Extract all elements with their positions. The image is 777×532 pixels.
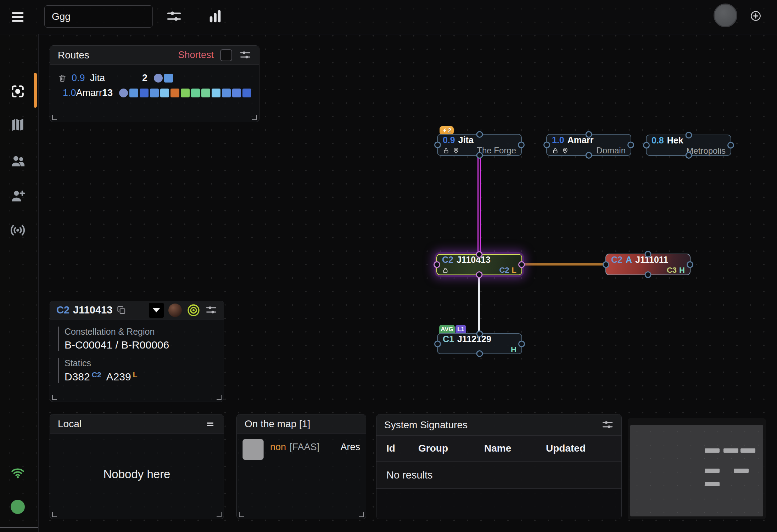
routes-panel-header[interactable]: Routes Shortest bbox=[50, 46, 259, 65]
connection-home-frig[interactable] bbox=[522, 263, 606, 266]
lock-icon bbox=[552, 147, 559, 154]
top-bar: Ggg bbox=[0, 0, 777, 34]
route-hop bbox=[119, 89, 128, 97]
static-class: L bbox=[133, 370, 138, 379]
route-row-amarr[interactable]: 1.0 Amarr 13 bbox=[50, 85, 259, 100]
signatures-settings-sliders-icon[interactable] bbox=[602, 419, 614, 431]
resize-handle[interactable] bbox=[52, 512, 57, 517]
connection-endpoint[interactable] bbox=[476, 271, 483, 278]
connection-endpoint[interactable] bbox=[643, 142, 650, 149]
route-hop bbox=[171, 89, 179, 97]
connection-jita-home[interactable] bbox=[477, 156, 481, 254]
planet-thumbnail[interactable] bbox=[168, 304, 182, 317]
frig-tag: A bbox=[626, 255, 632, 265]
map-node-j112129[interactable]: C1J112129 H bbox=[437, 333, 522, 354]
shortest-checkbox[interactable] bbox=[220, 49, 232, 61]
bolt-icon bbox=[442, 128, 447, 133]
connection-endpoint[interactable] bbox=[518, 261, 525, 268]
on-the-map-title: On the map [1] bbox=[245, 418, 310, 430]
statics-value: D382C2A239L bbox=[65, 370, 224, 383]
frig-static-sec: H bbox=[679, 266, 685, 275]
connection-endpoint[interactable] bbox=[476, 350, 483, 357]
map-name-select[interactable]: Ggg bbox=[44, 5, 153, 28]
connection-endpoint[interactable] bbox=[476, 131, 483, 138]
map-node-hek[interactable]: 0.8Hek Metropolis bbox=[646, 135, 731, 156]
menu-icon[interactable] bbox=[10, 9, 26, 25]
minimap-node-bar bbox=[705, 482, 720, 486]
resize-handle[interactable] bbox=[52, 115, 57, 120]
connection-endpoint[interactable] bbox=[586, 131, 592, 138]
resize-handle[interactable] bbox=[359, 512, 364, 517]
connection-endpoint[interactable] bbox=[687, 261, 693, 268]
connection-endpoint[interactable] bbox=[627, 142, 634, 148]
connection-endpoint[interactable] bbox=[476, 251, 483, 258]
resize-handle[interactable] bbox=[252, 115, 257, 120]
connection-endpoint[interactable] bbox=[727, 142, 734, 149]
connection-endpoint[interactable] bbox=[645, 251, 652, 257]
resize-handle[interactable] bbox=[52, 395, 57, 400]
connection-endpoint[interactable] bbox=[434, 340, 441, 347]
map-settings-sliders-icon[interactable] bbox=[166, 9, 182, 25]
local-header: Local bbox=[50, 414, 224, 434]
connection-endpoint[interactable] bbox=[476, 330, 483, 337]
map-node-j111011[interactable]: C2AJ111011 C3H bbox=[605, 254, 691, 275]
route-hop bbox=[154, 74, 163, 83]
connection-home-c1[interactable] bbox=[478, 275, 480, 334]
pilot-row[interactable]: non [FAAS] Ares bbox=[237, 434, 366, 460]
route-hop bbox=[191, 89, 200, 97]
connection-endpoint[interactable] bbox=[434, 142, 441, 148]
pilot-corp-ticker: [FAAS] bbox=[290, 442, 319, 453]
local-body: Nobody here bbox=[50, 434, 224, 515]
static-class: C2 bbox=[92, 370, 101, 379]
system-settings-sliders-icon[interactable] bbox=[205, 304, 217, 316]
location-pin-icon bbox=[453, 147, 459, 154]
resize-handle[interactable] bbox=[217, 395, 222, 400]
pilot-name: non bbox=[270, 442, 286, 453]
routes-settings-sliders-icon[interactable] bbox=[239, 49, 251, 61]
resize-handle[interactable] bbox=[239, 512, 244, 517]
connection-endpoint[interactable] bbox=[476, 152, 483, 159]
constellation-section: Constellation & Region B-C00041 / B-R000… bbox=[58, 327, 224, 351]
sidebar-divider bbox=[0, 527, 38, 528]
resize-handle[interactable] bbox=[217, 512, 222, 517]
connection-endpoint[interactable] bbox=[518, 340, 525, 347]
connection-endpoint[interactable] bbox=[645, 271, 652, 278]
copy-icon[interactable] bbox=[117, 305, 126, 315]
location-pin-icon bbox=[562, 147, 569, 154]
connection-endpoint[interactable] bbox=[543, 142, 550, 148]
minimap-panel[interactable] bbox=[628, 418, 766, 519]
map-node-amarr[interactable]: 1.0Amarr Domain bbox=[546, 134, 631, 156]
hek-name: Hek bbox=[667, 135, 683, 146]
route-row-jita[interactable]: 0.9 Jita 2 bbox=[50, 70, 259, 85]
broadcast-icon[interactable] bbox=[9, 222, 116, 275]
delete-route-trash-icon[interactable] bbox=[58, 74, 67, 83]
connection-endpoint[interactable] bbox=[685, 152, 692, 159]
local-empty-text: Nobody here bbox=[104, 468, 171, 481]
connection-endpoint[interactable] bbox=[685, 132, 692, 138]
user-avatar[interactable] bbox=[714, 4, 737, 27]
signatures-empty-row: No results bbox=[376, 462, 621, 489]
scan-target-icon[interactable] bbox=[186, 303, 201, 317]
statics-label: Statics bbox=[65, 358, 224, 368]
connection-endpoint[interactable] bbox=[586, 152, 592, 159]
add-button[interactable] bbox=[750, 10, 761, 22]
frig-name: J111011 bbox=[635, 255, 668, 265]
c1-l1-badge: L1 bbox=[455, 325, 466, 334]
jita-name: Jita bbox=[458, 135, 474, 145]
online-status-dot bbox=[11, 500, 25, 514]
connection-endpoint[interactable] bbox=[603, 261, 609, 268]
home-static-sec: L bbox=[512, 266, 516, 275]
minimap-node-bar bbox=[740, 448, 755, 453]
constellation-value: B-C00041 / B-R00006 bbox=[65, 339, 224, 351]
map-node-jita[interactable]: 0.9Jita The Forge bbox=[437, 134, 522, 156]
statics-section: Statics D382C2A239L bbox=[58, 358, 224, 383]
activity-chart-icon[interactable] bbox=[207, 8, 223, 24]
local-options-icon[interactable] bbox=[205, 418, 216, 430]
connection-endpoint[interactable] bbox=[518, 142, 525, 148]
map-node-home-j110413[interactable]: C2J110413 C2L bbox=[436, 254, 522, 275]
connection-endpoint[interactable] bbox=[434, 261, 440, 268]
minimap-viewport[interactable] bbox=[630, 425, 763, 516]
filter-funnel-button[interactable] bbox=[149, 303, 164, 318]
on-the-map-panel: On the map [1] non [FAAS] Ares bbox=[236, 414, 366, 519]
lock-icon bbox=[443, 147, 449, 154]
